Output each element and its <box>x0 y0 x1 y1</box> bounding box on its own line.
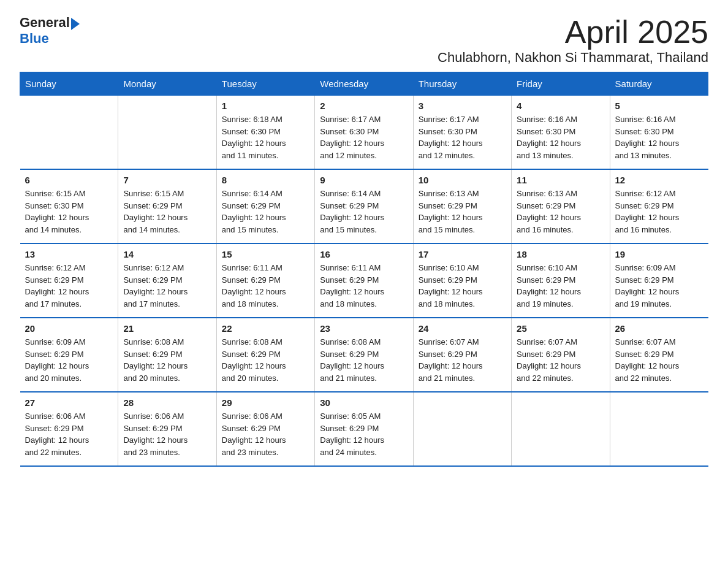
weekday-header-wednesday: Wednesday <box>315 72 413 96</box>
calendar-cell: 23Sunrise: 6:08 AMSunset: 6:29 PMDayligh… <box>315 318 413 392</box>
calendar-cell: 14Sunrise: 6:12 AMSunset: 6:29 PMDayligh… <box>118 243 216 318</box>
day-info: Sunrise: 6:07 AMSunset: 6:29 PMDaylight:… <box>517 336 604 384</box>
calendar-cell <box>610 392 708 466</box>
calendar-cell: 13Sunrise: 6:12 AMSunset: 6:29 PMDayligh… <box>20 243 118 318</box>
month-title: April 2025 <box>438 15 708 50</box>
weekday-header-sunday: Sunday <box>20 72 118 96</box>
day-number: 12 <box>615 175 703 185</box>
day-number: 11 <box>517 175 604 185</box>
day-info: Sunrise: 6:16 AMSunset: 6:30 PMDaylight:… <box>615 113 703 161</box>
calendar-cell: 12Sunrise: 6:12 AMSunset: 6:29 PMDayligh… <box>610 169 708 243</box>
day-info: Sunrise: 6:07 AMSunset: 6:29 PMDaylight:… <box>419 336 506 384</box>
day-number: 7 <box>123 175 211 185</box>
calendar-cell: 20Sunrise: 6:09 AMSunset: 6:29 PMDayligh… <box>20 318 118 392</box>
day-info: Sunrise: 6:08 AMSunset: 6:29 PMDaylight:… <box>222 336 309 384</box>
day-number: 21 <box>123 323 211 334</box>
calendar-cell: 7Sunrise: 6:15 AMSunset: 6:29 PMDaylight… <box>118 169 216 243</box>
location-title: Chulabhorn, Nakhon Si Thammarat, Thailan… <box>438 50 708 66</box>
day-number: 4 <box>517 101 604 111</box>
calendar-week-3: 13Sunrise: 6:12 AMSunset: 6:29 PMDayligh… <box>20 243 708 318</box>
calendar-cell: 21Sunrise: 6:08 AMSunset: 6:29 PMDayligh… <box>118 318 216 392</box>
day-info: Sunrise: 6:11 AMSunset: 6:29 PMDaylight:… <box>222 262 309 310</box>
weekday-header-monday: Monday <box>118 72 216 96</box>
calendar-cell: 16Sunrise: 6:11 AMSunset: 6:29 PMDayligh… <box>315 243 413 318</box>
day-number: 28 <box>123 397 211 408</box>
logo-general: General <box>20 15 70 31</box>
weekday-header-thursday: Thursday <box>413 72 511 96</box>
day-number: 10 <box>419 175 506 185</box>
weekday-header-tuesday: Tuesday <box>216 72 314 96</box>
day-info: Sunrise: 6:06 AMSunset: 6:29 PMDaylight:… <box>25 410 113 458</box>
calendar-cell: 5Sunrise: 6:16 AMSunset: 6:30 PMDaylight… <box>610 96 708 170</box>
day-number: 20 <box>25 323 113 334</box>
calendar-week-2: 6Sunrise: 6:15 AMSunset: 6:30 PMDaylight… <box>20 169 708 243</box>
calendar-cell <box>118 96 216 170</box>
logo-blue: Blue <box>20 31 80 47</box>
day-number: 17 <box>419 249 506 259</box>
calendar-cell <box>413 392 511 466</box>
day-info: Sunrise: 6:14 AMSunset: 6:29 PMDaylight:… <box>222 188 309 236</box>
day-info: Sunrise: 6:17 AMSunset: 6:30 PMDaylight:… <box>320 113 408 161</box>
calendar-cell <box>20 96 118 170</box>
title-block: April 2025 Chulabhorn, Nakhon Si Thammar… <box>438 15 708 66</box>
calendar-cell: 3Sunrise: 6:17 AMSunset: 6:30 PMDaylight… <box>413 96 511 170</box>
calendar-cell: 28Sunrise: 6:06 AMSunset: 6:29 PMDayligh… <box>118 392 216 466</box>
day-info: Sunrise: 6:08 AMSunset: 6:29 PMDaylight:… <box>123 336 211 384</box>
day-number: 18 <box>517 249 604 259</box>
day-info: Sunrise: 6:11 AMSunset: 6:29 PMDaylight:… <box>320 262 408 310</box>
calendar-cell: 18Sunrise: 6:10 AMSunset: 6:29 PMDayligh… <box>512 243 610 318</box>
calendar-cell: 27Sunrise: 6:06 AMSunset: 6:29 PMDayligh… <box>20 392 118 466</box>
day-number: 29 <box>222 397 309 408</box>
day-number: 6 <box>25 175 113 185</box>
weekday-row: SundayMondayTuesdayWednesdayThursdayFrid… <box>20 72 708 96</box>
day-info: Sunrise: 6:12 AMSunset: 6:29 PMDaylight:… <box>25 262 113 310</box>
calendar-cell: 2Sunrise: 6:17 AMSunset: 6:30 PMDaylight… <box>315 96 413 170</box>
calendar-week-5: 27Sunrise: 6:06 AMSunset: 6:29 PMDayligh… <box>20 392 708 466</box>
day-info: Sunrise: 6:18 AMSunset: 6:30 PMDaylight:… <box>222 113 309 161</box>
day-info: Sunrise: 6:07 AMSunset: 6:29 PMDaylight:… <box>615 336 703 384</box>
calendar-body: 1Sunrise: 6:18 AMSunset: 6:30 PMDaylight… <box>20 96 708 467</box>
day-number: 5 <box>615 101 703 111</box>
calendar-cell: 15Sunrise: 6:11 AMSunset: 6:29 PMDayligh… <box>216 243 314 318</box>
logo-arrow-icon <box>71 18 80 30</box>
weekday-header-saturday: Saturday <box>610 72 708 96</box>
day-info: Sunrise: 6:13 AMSunset: 6:29 PMDaylight:… <box>419 188 506 236</box>
calendar-cell: 25Sunrise: 6:07 AMSunset: 6:29 PMDayligh… <box>512 318 610 392</box>
day-number: 8 <box>222 175 309 185</box>
logo: General Blue <box>20 15 80 47</box>
page-header: General Blue April 2025 Chulabhorn, Nakh… <box>20 15 708 66</box>
day-info: Sunrise: 6:09 AMSunset: 6:29 PMDaylight:… <box>615 262 703 310</box>
day-info: Sunrise: 6:15 AMSunset: 6:30 PMDaylight:… <box>25 188 113 236</box>
calendar-cell: 26Sunrise: 6:07 AMSunset: 6:29 PMDayligh… <box>610 318 708 392</box>
day-number: 9 <box>320 175 408 185</box>
calendar-cell: 6Sunrise: 6:15 AMSunset: 6:30 PMDaylight… <box>20 169 118 243</box>
calendar-cell: 30Sunrise: 6:05 AMSunset: 6:29 PMDayligh… <box>315 392 413 466</box>
day-number: 22 <box>222 323 309 334</box>
calendar-cell: 24Sunrise: 6:07 AMSunset: 6:29 PMDayligh… <box>413 318 511 392</box>
day-info: Sunrise: 6:10 AMSunset: 6:29 PMDaylight:… <box>517 262 604 310</box>
day-info: Sunrise: 6:14 AMSunset: 6:29 PMDaylight:… <box>320 188 408 236</box>
calendar-cell: 19Sunrise: 6:09 AMSunset: 6:29 PMDayligh… <box>610 243 708 318</box>
day-number: 19 <box>615 249 703 259</box>
calendar-cell <box>512 392 610 466</box>
day-info: Sunrise: 6:16 AMSunset: 6:30 PMDaylight:… <box>517 113 604 161</box>
day-info: Sunrise: 6:17 AMSunset: 6:30 PMDaylight:… <box>419 113 506 161</box>
day-info: Sunrise: 6:08 AMSunset: 6:29 PMDaylight:… <box>320 336 408 384</box>
calendar-cell: 22Sunrise: 6:08 AMSunset: 6:29 PMDayligh… <box>216 318 314 392</box>
calendar-cell: 17Sunrise: 6:10 AMSunset: 6:29 PMDayligh… <box>413 243 511 318</box>
day-number: 2 <box>320 101 408 111</box>
day-number: 23 <box>320 323 408 334</box>
day-number: 14 <box>123 249 211 259</box>
weekday-header-friday: Friday <box>512 72 610 96</box>
calendar-cell: 10Sunrise: 6:13 AMSunset: 6:29 PMDayligh… <box>413 169 511 243</box>
calendar-cell: 4Sunrise: 6:16 AMSunset: 6:30 PMDaylight… <box>512 96 610 170</box>
day-info: Sunrise: 6:05 AMSunset: 6:29 PMDaylight:… <box>320 410 408 458</box>
calendar-cell: 11Sunrise: 6:13 AMSunset: 6:29 PMDayligh… <box>512 169 610 243</box>
day-number: 1 <box>222 101 309 111</box>
day-number: 30 <box>320 397 408 408</box>
calendar-cell: 9Sunrise: 6:14 AMSunset: 6:29 PMDaylight… <box>315 169 413 243</box>
day-number: 16 <box>320 249 408 259</box>
day-info: Sunrise: 6:06 AMSunset: 6:29 PMDaylight:… <box>222 410 309 458</box>
day-info: Sunrise: 6:06 AMSunset: 6:29 PMDaylight:… <box>123 410 211 458</box>
day-info: Sunrise: 6:15 AMSunset: 6:29 PMDaylight:… <box>123 188 211 236</box>
